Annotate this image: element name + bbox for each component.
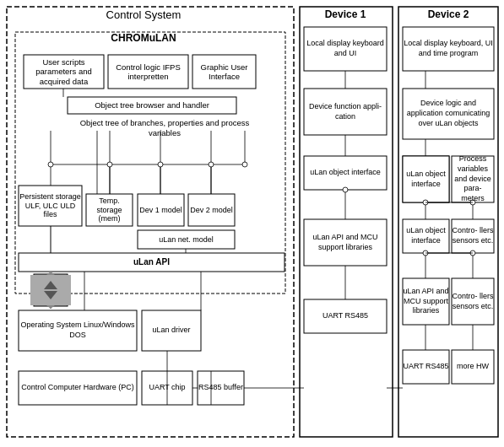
rs485-buffer-label: RS485 buffer [198, 371, 244, 405]
control-system-title: Control System [51, 8, 236, 22]
arrow-indicator [30, 275, 71, 305]
temp-storage-label: Temp. storage (mem) [86, 194, 133, 226]
graphic-ui-label: Graphic User Interface [192, 55, 256, 89]
dev2-ulan-object-label: uLan object interface [403, 219, 449, 253]
dev1-ulan-object-label: uLan object interface [304, 156, 387, 190]
dev2-ulan-api-label: uLan API and MCU support libraries [403, 278, 449, 325]
dev1-model-label: Dev 1 model [138, 194, 184, 226]
dev2-process-vars-label: Process variables and device para- meter… [452, 156, 494, 202]
dev2-controllers-sensors-label: Contro- llers sensors etc. [452, 278, 494, 325]
dev1-local-display-label: Local display keyboard and UI [304, 27, 387, 71]
uart-chip-label: UART chip [142, 371, 192, 405]
chromulan-subtitle: CHROMuLAN [51, 32, 236, 44]
persistent-storage-label: Persistent storage ULF, ULC ULD files [19, 186, 82, 226]
dev2-uart-label: UART RS485 [403, 350, 449, 384]
ulan-driver-label: uLan driver [142, 310, 201, 351]
os-label: Operating System Linux/Windows DOS [19, 310, 137, 351]
object-tree-browser-label: Object tree browser and handler [68, 97, 236, 114]
dev2-controllers-label: Contro- llers sensors etc. [452, 219, 494, 253]
user-scripts-label: User scripts parameters and acquired dat… [24, 55, 104, 89]
dev2-ulan-object-top-label: uLan object interface [403, 156, 449, 202]
control-logic-label: Control logic IFPS interpretten [108, 55, 188, 89]
ulan-api-label: uLan API [19, 253, 285, 272]
object-tree-branches-label: Object tree of branches, properties and … [76, 118, 253, 139]
dev2-device-logic-label: Device logic and application comunicatin… [403, 89, 494, 139]
device1-title: Device 1 [304, 8, 387, 20]
dev1-device-function-label: Device function appli- cation [304, 89, 387, 135]
dev2-local-display-label: Local display keyboard, UI and time prog… [403, 27, 494, 71]
dev2-model-label: Dev 2 model [188, 194, 235, 226]
control-computer-label: Control Computer Hardware (PC) [19, 371, 137, 405]
dev1-uart-label: UART RS485 [304, 299, 387, 333]
dev2-more-hw-label: more HW [452, 350, 494, 384]
device2-title: Device 2 [403, 8, 494, 20]
dev1-ulan-api-label: uLan API and MCU support libraries [304, 219, 387, 266]
ulan-net-model-label: uLan net. model [138, 230, 235, 249]
